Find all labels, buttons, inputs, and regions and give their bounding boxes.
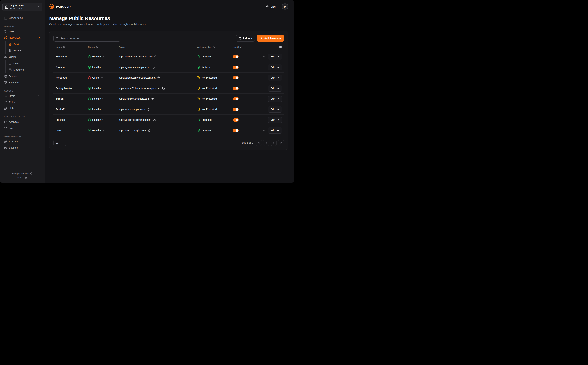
add-resource-label: Add Resource bbox=[264, 37, 281, 40]
copy-url-button[interactable] bbox=[148, 129, 150, 132]
resource-url[interactable]: https://node01.batteries.example.com bbox=[118, 87, 160, 90]
row-menu-button[interactable] bbox=[262, 86, 265, 90]
row-menu-button[interactable] bbox=[262, 108, 265, 111]
columns-icon[interactable] bbox=[279, 46, 282, 49]
copy-url-button[interactable] bbox=[147, 108, 150, 111]
edit-button[interactable]: Edit bbox=[268, 96, 282, 102]
table-row: Prod API Healthy https://api.example.com… bbox=[54, 104, 284, 115]
copy-url-button[interactable] bbox=[162, 87, 165, 90]
sidebar-item-resources[interactable]: Resources bbox=[2, 35, 42, 41]
copy-url-button[interactable] bbox=[151, 98, 154, 100]
actions-cell: Edit bbox=[257, 96, 284, 102]
row-menu-button[interactable] bbox=[262, 55, 265, 58]
resource-url[interactable]: https://immich.example.com bbox=[118, 97, 150, 100]
sidebar-item-settings[interactable]: Settings bbox=[2, 145, 42, 151]
copy-url-button[interactable] bbox=[157, 77, 160, 79]
enabled-toggle[interactable] bbox=[233, 87, 239, 90]
sidebar-item-blueprints[interactable]: Blueprints bbox=[2, 79, 42, 86]
status-badge[interactable]: Healthy bbox=[86, 87, 116, 90]
arrow-right-icon bbox=[277, 119, 279, 121]
enabled-toggle[interactable] bbox=[233, 118, 239, 122]
row-menu-button[interactable] bbox=[262, 97, 265, 100]
sidebar-item-client-users[interactable]: Users bbox=[7, 60, 42, 67]
row-menu-button[interactable] bbox=[262, 76, 265, 79]
theme-toggle-button[interactable]: Dark bbox=[265, 5, 277, 8]
status-badge[interactable]: Healthy bbox=[86, 66, 116, 69]
resource-url[interactable]: https://cloud.schwartznetwork.net bbox=[118, 76, 156, 79]
enabled-toggle[interactable] bbox=[233, 129, 239, 132]
resource-url[interactable]: https://proxmox.example.com bbox=[118, 119, 151, 121]
circle-check-icon bbox=[88, 55, 91, 58]
enabled-toggle[interactable] bbox=[233, 76, 239, 79]
auth-badge: Protected bbox=[195, 119, 231, 121]
sort-icon bbox=[213, 46, 216, 48]
copy-url-button[interactable] bbox=[154, 56, 157, 58]
enabled-toggle[interactable] bbox=[233, 108, 239, 111]
sidebar-item-domains[interactable]: Domains bbox=[2, 73, 42, 79]
enabled-toggle[interactable] bbox=[233, 97, 239, 100]
circle-check-icon bbox=[88, 87, 91, 90]
copy-url-button[interactable] bbox=[153, 119, 156, 121]
resource-url[interactable]: https://bitwarden.example.com bbox=[118, 55, 152, 58]
github-icon[interactable] bbox=[30, 172, 32, 175]
column-header-name[interactable]: Name bbox=[54, 46, 86, 48]
search-input[interactable] bbox=[60, 37, 118, 40]
org-selector[interactable]: Organization ACME Corp. bbox=[2, 3, 42, 11]
edit-button[interactable]: Edit bbox=[268, 117, 282, 123]
avatar-initial: M bbox=[284, 5, 286, 8]
sidebar-item-api-keys[interactable]: API Keys bbox=[2, 139, 42, 145]
edit-button[interactable]: Edit bbox=[268, 106, 282, 112]
globe-lock-icon bbox=[9, 49, 12, 52]
sidebar-item-sites[interactable]: Sites bbox=[2, 28, 42, 35]
access-cell: https://immich.example.com bbox=[116, 97, 195, 100]
add-resource-button[interactable]: Add Resource bbox=[257, 35, 284, 42]
sidebar-item-clients[interactable]: Clients bbox=[2, 54, 42, 60]
auth-label: Protected bbox=[202, 119, 212, 121]
refresh-button[interactable]: Refresh bbox=[236, 35, 255, 42]
resource-url[interactable]: https://crm.example.com bbox=[118, 129, 146, 132]
external-link-icon[interactable] bbox=[25, 176, 27, 179]
status-badge[interactable]: Healthy bbox=[86, 129, 116, 132]
page-size-select[interactable]: 20 bbox=[54, 140, 66, 146]
sidebar-item-users[interactable]: Users bbox=[2, 93, 42, 99]
sidebar-item-machines[interactable]: Machines bbox=[7, 67, 42, 73]
status-badge[interactable]: Healthy bbox=[86, 119, 116, 121]
toolbar-actions: Refresh Add Resource bbox=[236, 35, 284, 42]
edit-button[interactable]: Edit bbox=[268, 54, 282, 60]
sidebar-item-logs[interactable]: Logs bbox=[2, 125, 42, 131]
enabled-toggle[interactable] bbox=[233, 55, 239, 58]
column-header-authentication[interactable]: Authentication bbox=[195, 46, 231, 48]
sidebar-item-public[interactable]: Public bbox=[7, 41, 42, 47]
resource-url[interactable]: https://api.example.com bbox=[118, 108, 145, 111]
pager: Page 1 of 1 bbox=[240, 140, 284, 146]
edit-button[interactable]: Edit bbox=[268, 75, 282, 81]
first-page-button[interactable] bbox=[256, 140, 262, 146]
copy-url-button[interactable] bbox=[152, 66, 155, 69]
edit-button[interactable]: Edit bbox=[268, 85, 282, 91]
row-menu-button[interactable] bbox=[262, 65, 265, 69]
status-badge[interactable]: Healthy bbox=[86, 97, 116, 100]
resource-url[interactable]: https://grafana.example.com bbox=[118, 66, 150, 69]
status-badge[interactable]: Offline bbox=[86, 76, 116, 79]
status-badge[interactable]: Healthy bbox=[86, 55, 116, 58]
sidebar-item-links[interactable]: Links bbox=[2, 105, 42, 112]
status-badge[interactable]: Healthy bbox=[86, 108, 116, 111]
edit-button[interactable]: Edit bbox=[268, 64, 282, 70]
circle-check-icon bbox=[88, 97, 91, 100]
row-menu-button[interactable] bbox=[262, 118, 265, 122]
column-header-status[interactable]: Status bbox=[86, 46, 116, 48]
prev-page-button[interactable] bbox=[263, 140, 269, 146]
row-menu-button[interactable] bbox=[262, 129, 265, 132]
sidebar-item-analytics[interactable]: Analytics bbox=[2, 119, 42, 125]
enabled-toggle[interactable] bbox=[233, 66, 239, 69]
sidebar-item-roles[interactable]: Roles bbox=[2, 99, 42, 105]
sidebar-scrollbar[interactable] bbox=[44, 91, 44, 97]
shield-off-icon bbox=[197, 97, 200, 100]
edit-button[interactable]: Edit bbox=[268, 127, 282, 134]
sidebar-item-private[interactable]: Private bbox=[7, 47, 42, 54]
next-page-button[interactable] bbox=[271, 140, 277, 146]
brand[interactable]: PANGOLIN bbox=[49, 4, 72, 9]
avatar[interactable]: M bbox=[282, 3, 288, 10]
sidebar-item-server-admin[interactable]: Server Admin bbox=[2, 15, 42, 21]
last-page-button[interactable] bbox=[278, 140, 284, 146]
